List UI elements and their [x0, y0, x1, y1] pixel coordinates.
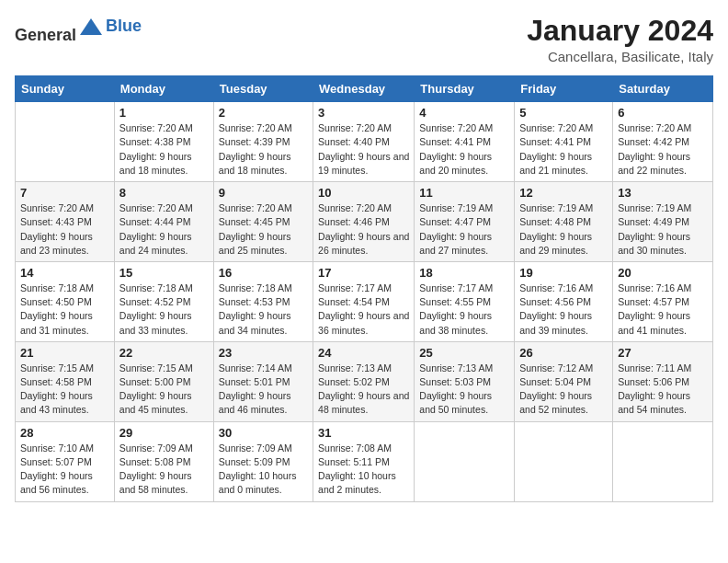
day-number: 6 — [618, 106, 708, 120]
day-number: 30 — [219, 426, 308, 440]
day-info: Sunrise: 7:09 AMSunset: 5:08 PMDaylight:… — [119, 442, 209, 498]
calendar-cell: 13Sunrise: 7:19 AMSunset: 4:49 PMDayligh… — [613, 182, 713, 262]
day-info: Sunrise: 7:11 AMSunset: 5:06 PMDaylight:… — [618, 362, 708, 418]
logo-icon — [78, 15, 104, 40]
weekday-header-saturday: Saturday — [613, 76, 713, 102]
day-number: 13 — [618, 186, 708, 200]
calendar-cell: 12Sunrise: 7:19 AMSunset: 4:48 PMDayligh… — [515, 182, 613, 262]
day-number: 11 — [419, 186, 509, 200]
day-info: Sunrise: 7:08 AMSunset: 5:11 PMDaylight:… — [318, 442, 409, 498]
calendar-cell: 22Sunrise: 7:15 AMSunset: 5:00 PMDayligh… — [114, 341, 213, 421]
day-number: 28 — [20, 426, 109, 440]
day-number: 17 — [318, 266, 409, 280]
calendar-cell: 19Sunrise: 7:16 AMSunset: 4:56 PMDayligh… — [515, 261, 613, 341]
day-info: Sunrise: 7:18 AMSunset: 4:50 PMDaylight:… — [20, 282, 109, 338]
calendar-cell — [16, 102, 115, 182]
day-number: 1 — [119, 106, 209, 120]
day-info: Sunrise: 7:14 AMSunset: 5:01 PMDaylight:… — [219, 362, 308, 418]
calendar-cell: 26Sunrise: 7:12 AMSunset: 5:04 PMDayligh… — [515, 341, 613, 421]
calendar-cell: 29Sunrise: 7:09 AMSunset: 5:08 PMDayligh… — [114, 421, 213, 501]
day-number: 25 — [419, 346, 509, 360]
day-info: Sunrise: 7:20 AMSunset: 4:43 PMDaylight:… — [20, 201, 109, 258]
day-info: Sunrise: 7:17 AMSunset: 4:54 PMDaylight:… — [318, 282, 409, 338]
day-info: Sunrise: 7:20 AMSunset: 4:42 PMDaylight:… — [618, 121, 708, 178]
logo: General Blue — [15, 15, 142, 45]
weekday-header-friday: Friday — [515, 76, 613, 102]
calendar-cell: 11Sunrise: 7:19 AMSunset: 4:47 PMDayligh… — [415, 182, 515, 262]
location-title: Cancellara, Basilicate, Italy — [527, 49, 713, 64]
day-number: 4 — [419, 106, 509, 120]
calendar-cell: 7Sunrise: 7:20 AMSunset: 4:43 PMDaylight… — [16, 182, 115, 262]
calendar-cell: 30Sunrise: 7:09 AMSunset: 5:09 PMDayligh… — [213, 421, 313, 501]
day-number: 19 — [519, 266, 608, 280]
page-header: General Blue January 2024 Cancellara, Ba… — [15, 15, 713, 64]
calendar-cell: 17Sunrise: 7:17 AMSunset: 4:54 PMDayligh… — [313, 261, 415, 341]
calendar-table: SundayMondayTuesdayWednesdayThursdayFrid… — [15, 75, 713, 501]
day-number: 7 — [20, 186, 109, 200]
day-info: Sunrise: 7:19 AMSunset: 4:48 PMDaylight:… — [519, 201, 608, 258]
day-number: 9 — [219, 186, 308, 200]
calendar-cell — [613, 421, 713, 501]
day-info: Sunrise: 7:10 AMSunset: 5:07 PMDaylight:… — [20, 442, 109, 498]
calendar-cell: 4Sunrise: 7:20 AMSunset: 4:41 PMDaylight… — [415, 102, 515, 182]
day-number: 24 — [318, 346, 409, 360]
day-info: Sunrise: 7:20 AMSunset: 4:45 PMDaylight:… — [219, 201, 308, 258]
day-number: 21 — [20, 346, 109, 360]
day-info: Sunrise: 7:12 AMSunset: 5:04 PMDaylight:… — [519, 362, 608, 418]
calendar-cell: 18Sunrise: 7:17 AMSunset: 4:55 PMDayligh… — [415, 261, 515, 341]
day-info: Sunrise: 7:20 AMSunset: 4:46 PMDaylight:… — [318, 201, 409, 258]
day-number: 10 — [318, 186, 409, 200]
day-info: Sunrise: 7:13 AMSunset: 5:03 PMDaylight:… — [419, 362, 509, 418]
weekday-header-monday: Monday — [114, 76, 213, 102]
day-number: 29 — [119, 426, 209, 440]
day-info: Sunrise: 7:17 AMSunset: 4:55 PMDaylight:… — [419, 282, 509, 338]
calendar-cell: 14Sunrise: 7:18 AMSunset: 4:50 PMDayligh… — [16, 261, 115, 341]
day-number: 18 — [419, 266, 509, 280]
day-number: 27 — [618, 346, 708, 360]
day-info: Sunrise: 7:19 AMSunset: 4:47 PMDaylight:… — [419, 201, 509, 258]
day-info: Sunrise: 7:19 AMSunset: 4:49 PMDaylight:… — [618, 201, 708, 258]
day-number: 31 — [318, 426, 409, 440]
month-title: January 2024 — [527, 15, 713, 47]
day-info: Sunrise: 7:13 AMSunset: 5:02 PMDaylight:… — [318, 362, 409, 418]
logo-general: General — [15, 26, 76, 44]
day-info: Sunrise: 7:18 AMSunset: 4:53 PMDaylight:… — [219, 282, 308, 338]
day-number: 5 — [519, 106, 608, 120]
day-info: Sunrise: 7:09 AMSunset: 5:09 PMDaylight:… — [219, 442, 308, 498]
calendar-cell: 25Sunrise: 7:13 AMSunset: 5:03 PMDayligh… — [415, 341, 515, 421]
calendar-cell: 9Sunrise: 7:20 AMSunset: 4:45 PMDaylight… — [213, 182, 313, 262]
calendar-cell: 31Sunrise: 7:08 AMSunset: 5:11 PMDayligh… — [313, 421, 415, 501]
day-number: 14 — [20, 266, 109, 280]
calendar-cell — [415, 421, 515, 501]
day-info: Sunrise: 7:20 AMSunset: 4:41 PMDaylight:… — [419, 121, 509, 178]
calendar-cell: 10Sunrise: 7:20 AMSunset: 4:46 PMDayligh… — [313, 182, 415, 262]
day-info: Sunrise: 7:20 AMSunset: 4:38 PMDaylight:… — [119, 121, 209, 178]
weekday-header-thursday: Thursday — [415, 76, 515, 102]
day-info: Sunrise: 7:18 AMSunset: 4:52 PMDaylight:… — [119, 282, 209, 338]
day-info: Sunrise: 7:20 AMSunset: 4:41 PMDaylight:… — [519, 121, 608, 178]
day-info: Sunrise: 7:16 AMSunset: 4:56 PMDaylight:… — [519, 282, 608, 338]
svg-marker-0 — [80, 18, 102, 35]
day-info: Sunrise: 7:20 AMSunset: 4:39 PMDaylight:… — [219, 121, 308, 178]
day-number: 8 — [119, 186, 209, 200]
calendar-cell: 5Sunrise: 7:20 AMSunset: 4:41 PMDaylight… — [515, 102, 613, 182]
title-block: January 2024 Cancellara, Basilicate, Ita… — [527, 15, 713, 64]
calendar-cell: 6Sunrise: 7:20 AMSunset: 4:42 PMDaylight… — [613, 102, 713, 182]
day-info: Sunrise: 7:20 AMSunset: 4:40 PMDaylight:… — [318, 121, 409, 178]
calendar-cell: 24Sunrise: 7:13 AMSunset: 5:02 PMDayligh… — [313, 341, 415, 421]
calendar-cell: 8Sunrise: 7:20 AMSunset: 4:44 PMDaylight… — [114, 182, 213, 262]
calendar-cell: 1Sunrise: 7:20 AMSunset: 4:38 PMDaylight… — [114, 102, 213, 182]
day-number: 12 — [519, 186, 608, 200]
day-number: 26 — [519, 346, 608, 360]
calendar-cell: 20Sunrise: 7:16 AMSunset: 4:57 PMDayligh… — [613, 261, 713, 341]
day-info: Sunrise: 7:15 AMSunset: 4:58 PMDaylight:… — [20, 362, 109, 418]
weekday-header-tuesday: Tuesday — [213, 76, 313, 102]
day-number: 3 — [318, 106, 409, 120]
calendar-cell: 2Sunrise: 7:20 AMSunset: 4:39 PMDaylight… — [213, 102, 313, 182]
weekday-header-sunday: Sunday — [16, 76, 115, 102]
day-number: 2 — [219, 106, 308, 120]
day-number: 15 — [119, 266, 209, 280]
calendar-cell: 23Sunrise: 7:14 AMSunset: 5:01 PMDayligh… — [213, 341, 313, 421]
day-info: Sunrise: 7:20 AMSunset: 4:44 PMDaylight:… — [119, 201, 209, 258]
day-info: Sunrise: 7:16 AMSunset: 4:57 PMDaylight:… — [618, 282, 708, 338]
